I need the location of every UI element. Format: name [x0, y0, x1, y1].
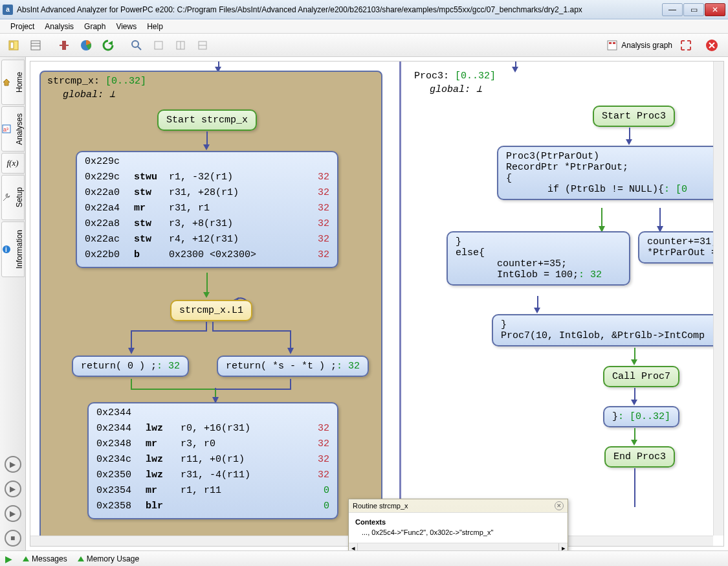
func-panel-proc3: Proc3: [0..32] global: ⊥ — [409, 71, 723, 95]
wrench-icon — [2, 193, 11, 202]
v-scrollbar[interactable] — [713, 62, 723, 536]
status-memory[interactable]: Memory Usage — [78, 554, 139, 563]
sidebar-tab-setup[interactable]: Setup — [1, 175, 25, 220]
toolbar-btn-9[interactable] — [193, 36, 212, 54]
toolbar-refresh-icon[interactable] — [98, 36, 118, 54]
menu-project[interactable]: Project — [5, 21, 39, 32]
window-title: AbsInt Advanced Analyzer for PowerPC e20… — [17, 5, 661, 14]
menubar: Project Analysis Graph Views Help — [0, 19, 728, 34]
node-else-block[interactable]: } else{ counter+=35; IntGlob = 100;: 32 — [447, 231, 630, 286]
tooltip-popup[interactable]: Routine strcmp_x ✕ Contexts ..., 0x25c4-… — [348, 499, 568, 550]
toolbar-btn-7[interactable] — [149, 36, 168, 54]
func-global-right: global: ⊥ — [414, 83, 723, 95]
func-name-right: Proc3 — [414, 71, 443, 82]
sidebar-label-info: Information — [15, 230, 24, 269]
func-name: strcmp_x — [47, 76, 94, 87]
svg-text:i: i — [5, 246, 7, 253]
svg-marker-27 — [287, 348, 294, 354]
status-messages[interactable]: Messages — [23, 554, 67, 563]
toolbar-btn-8[interactable] — [171, 36, 190, 54]
play-button-3[interactable]: ▶ — [5, 505, 21, 522]
node-label: Start strcmp_x — [166, 115, 248, 126]
app-icon: a — [3, 5, 13, 15]
titlebar: a AbsInt Advanced Analyzer for PowerPC e… — [0, 0, 728, 19]
sidebar-tab-fx[interactable]: f(x) — [1, 153, 25, 174]
sidebar-tab-home[interactable]: Home — [1, 60, 25, 105]
sidebar-label-setup: Setup — [15, 187, 24, 207]
toolbar-btn-3[interactable] — [54, 36, 74, 54]
block2-addr: 0x2344 — [96, 407, 329, 418]
home-icon — [2, 78, 11, 87]
play-button-1[interactable]: ▶ — [5, 456, 21, 473]
scroll-left-icon[interactable]: ◂ — [349, 543, 358, 550]
graph-thumb-icon — [607, 40, 617, 51]
scroll-right-icon[interactable]: ▸ — [558, 543, 568, 550]
statusbar: ▶ Messages Memory Usage — [0, 550, 728, 566]
node-start-proc3[interactable]: Start Proc3 — [593, 106, 675, 127]
close-button[interactable]: ✕ — [705, 3, 725, 16]
toolbar-btn-1[interactable] — [4, 36, 23, 54]
menu-graph[interactable]: Graph — [79, 21, 111, 32]
func-panel-strcmp_x: strcmp_x: [0..32] global: ⊥ Start strcmp… — [39, 71, 382, 546]
run-indicator-icon[interactable]: ▶ — [5, 554, 12, 564]
svg-rect-1 — [10, 42, 14, 49]
svg-marker-26 — [128, 348, 135, 354]
node-label-L1[interactable]: strcmp_x.L1 — [170, 300, 252, 321]
block-addr: 0x229c — [85, 156, 329, 167]
toolbar-right-label: Analysis graph — [621, 41, 672, 50]
node-proc3-sig[interactable]: Proc3(PtrParOut) RecordPtr *PtrParOut; {… — [497, 146, 723, 200]
svg-rect-18 — [613, 42, 615, 44]
sidebar-tab-analyses[interactable]: a³ Analyses — [1, 106, 25, 152]
menu-help[interactable]: Help — [142, 21, 168, 32]
menu-views[interactable]: Views — [111, 21, 142, 32]
svg-rect-2 — [31, 41, 40, 50]
node-right-block[interactable]: counter+=31; *PtrParOut = — [638, 231, 723, 264]
toolbar-close-icon[interactable] — [702, 36, 722, 54]
play-button-2[interactable]: ▶ — [5, 481, 21, 497]
node-label-text: strcmp_x.L1 — [179, 305, 243, 316]
toolbar-btn-2[interactable] — [26, 36, 45, 54]
func-range: [0..32] — [105, 76, 146, 87]
node-block-0x2344[interactable]: 0x2344 0x2344lwzr0, +16(r31)32 0x2348mrr… — [87, 402, 338, 519]
popup-scrollbar[interactable]: ◂ ▸ — [349, 543, 568, 550]
fx-icon: f(x) — [6, 158, 18, 168]
node-return-0[interactable]: return( 0 ) ;: 32 — [72, 356, 189, 377]
window-buttons: — ▭ ✕ — [661, 3, 725, 16]
svg-line-10 — [138, 47, 141, 50]
left-sidebar: Home a³ Analyses f(x) Setup i Informatio… — [0, 57, 26, 550]
toolbar-fullscreen-icon[interactable] — [676, 36, 696, 54]
func-global: global: ⊥ — [47, 88, 375, 100]
node-start-strcmp_x[interactable]: Start strcmp_x — [157, 109, 257, 131]
info-icon: i — [2, 245, 11, 254]
toolbar-search-icon[interactable] — [127, 36, 146, 54]
stop-button[interactable]: ■ — [5, 530, 21, 547]
node-end-proc3[interactable]: End Proc3 — [604, 446, 675, 468]
popup-body-text: ..., 0x25c4->"Func2", 0x302c->"strcmp_x" — [355, 526, 561, 540]
graph-pane[interactable]: strcmp_x: [0..32] global: ⊥ Start strcmp… — [30, 61, 724, 547]
menu-analysis[interactable]: Analysis — [39, 21, 79, 32]
toolbar-pie-icon[interactable] — [76, 36, 96, 54]
maximize-button[interactable]: ▭ — [683, 3, 704, 16]
svg-rect-11 — [155, 41, 162, 49]
svg-text:a³: a³ — [3, 126, 8, 133]
svg-rect-6 — [60, 45, 69, 46]
svg-marker-8 — [108, 41, 113, 45]
minimize-button[interactable]: — — [662, 3, 683, 16]
sidebar-label-analyses: Analyses — [15, 113, 24, 145]
svg-rect-17 — [609, 42, 612, 44]
sidebar-tab-info[interactable]: i Information — [1, 221, 25, 277]
triangle-icon — [23, 556, 29, 561]
node-proc7-call-line[interactable]: } Proc7(10, IntGlob, &PtrGlb->IntComp — [492, 314, 723, 346]
node-block-0x229c[interactable]: 0x229c 0x229cstwur1, -32(r1)32 0x22a0stw… — [76, 151, 338, 268]
popup-title: Routine strcmp_x — [353, 502, 555, 510]
popup-section: Contexts — [355, 518, 561, 526]
func-range-right: [0..32] — [455, 71, 496, 82]
node-return-st[interactable]: return( *s - *t ) ;: 32 — [217, 356, 369, 377]
node-close-brace[interactable]: }: [0..32] — [603, 406, 679, 427]
analyses-icon: a³ — [2, 124, 11, 133]
svg-point-9 — [132, 41, 138, 47]
node-call-proc7[interactable]: Call Proc7 — [603, 366, 679, 387]
svg-marker-20 — [3, 79, 10, 85]
toolbar: Analysis graph — [0, 34, 728, 57]
popup-close-icon[interactable]: ✕ — [555, 501, 564, 510]
